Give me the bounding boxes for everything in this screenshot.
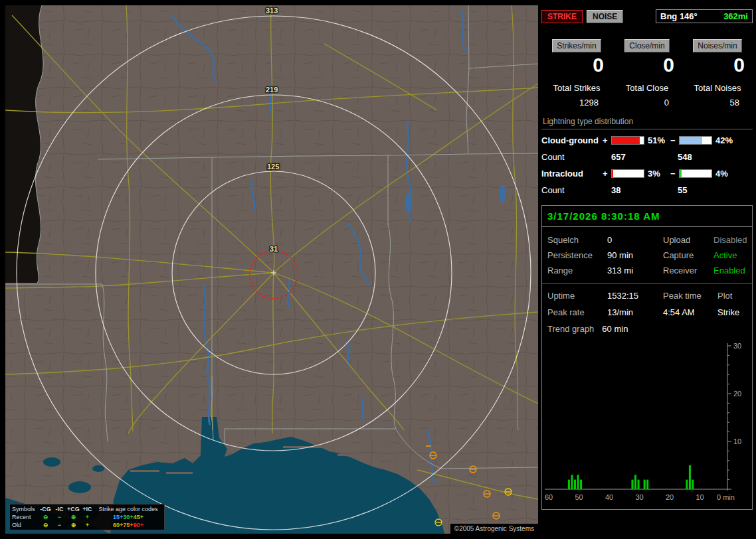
receiver-value: Enabled <box>713 266 753 275</box>
peak-time-label: Peak time <box>663 291 717 301</box>
ring-label-313: 313 <box>266 7 278 15</box>
legend-col-neg-cg: -CG <box>39 505 52 513</box>
squelch-value: 0 <box>607 235 663 245</box>
ic-minus-percent: 4% <box>715 169 738 179</box>
svg-text:10: 10 <box>696 493 704 501</box>
ic-minus-count: 55 <box>678 185 744 195</box>
strikes-per-min-button[interactable]: Strikes/min <box>552 39 601 52</box>
totals-row: Total Strikes 1298 Total Close 0 Total N… <box>541 83 753 108</box>
uptime-label: Uptime <box>547 291 607 301</box>
svg-text:40: 40 <box>605 493 613 501</box>
rate-counters: Strikes/min 0 Close/min 0 Noises/min 0 <box>541 39 753 76</box>
cloud-ground-count-row: Count 657 548 <box>541 149 753 165</box>
legend-row-recent: Recent <box>12 513 39 521</box>
ring-label-31: 31 <box>270 245 278 253</box>
noise-mode-button[interactable]: NOISE <box>587 10 623 23</box>
recent-neg-cg-icon: ⊖ <box>39 513 52 521</box>
ic-plus-count: 38 <box>611 185 678 195</box>
radar-map[interactable]: 313 219 125 31 Symbols -CG -IC +CG +IC S… <box>5 5 538 534</box>
uptime-value: 1532:15 <box>607 291 663 301</box>
intracloud-label: Intracloud <box>541 169 603 179</box>
svg-text:50: 50 <box>575 493 583 501</box>
recent-pos-ic-icon: + <box>80 513 94 521</box>
trend-label: Trend graph <box>547 324 594 334</box>
cg-minus-meter <box>679 136 712 145</box>
legend-col-pos-ic: +IC <box>80 505 94 513</box>
plot-label: Plot <box>717 291 753 301</box>
cg-plus-meter <box>611 136 644 145</box>
distribution-title: Lightning type distribution <box>543 117 753 126</box>
age-code: 15+ <box>113 514 123 520</box>
old-neg-ic-icon: − <box>52 521 66 529</box>
upload-label: Upload <box>663 235 713 245</box>
cloud-ground-label: Cloud-ground <box>541 135 603 145</box>
status-box: 3/17/2026 8:30:18 AM Squelch 0 Upload Di… <box>541 205 753 510</box>
old-pos-ic-icon: + <box>80 521 94 529</box>
age-code: 90+ <box>134 522 143 528</box>
age-codes-recent: 15+30+45+ <box>94 513 162 521</box>
old-pos-cg-icon: ⊕ <box>66 521 80 529</box>
persistence-label: Persistence <box>547 250 607 260</box>
upload-value: Disabled <box>713 235 753 245</box>
mode-controls: STRIKE NOISE Bng 146° 362mi <box>541 9 753 23</box>
capture-label: Capture <box>663 250 713 260</box>
status-panel: STRIKE NOISE Bng 146° 362mi Strikes/min … <box>541 5 753 510</box>
peak-time-value: 4:54 AM <box>663 307 717 317</box>
cloud-ground-row: Cloud-ground + 51% − 42% <box>541 132 753 149</box>
noises-per-min-value: 0 <box>682 54 753 76</box>
noises-per-min-button[interactable]: Noises/min <box>693 39 741 52</box>
age-code: 60+ <box>113 522 123 528</box>
strike-mode-button[interactable]: STRIKE <box>541 10 583 23</box>
trend-graph: 1020306050403020100 min <box>543 337 751 506</box>
svg-text:20: 20 <box>733 390 741 398</box>
datetime-display: 3/17/2026 8:30:18 AM <box>542 206 752 227</box>
age-code: 30+ <box>123 514 133 520</box>
cg-minus-count: 548 <box>678 152 744 162</box>
ring-label-219: 219 <box>266 86 278 94</box>
legend-symbols-header: Symbols <box>12 505 39 513</box>
map-edge-nodata <box>5 5 43 283</box>
map-canvas[interactable]: 313 219 125 31 <box>5 5 538 534</box>
capture-value: Active <box>713 250 753 260</box>
bearing-label: Bng 146° <box>660 11 698 21</box>
ic-minus-meter <box>679 169 712 178</box>
plus-sign: + <box>603 135 611 145</box>
total-strikes-value: 1298 <box>541 98 612 108</box>
age-code: 45+ <box>134 514 143 520</box>
session-grid: Uptime 1532:15 Peak time Plot Peak rate … <box>542 284 752 319</box>
peak-rate-label: Peak rate <box>547 307 607 317</box>
svg-text:0 min: 0 min <box>717 493 735 501</box>
svg-text:30: 30 <box>635 493 643 501</box>
bearing-distance: 362mi <box>723 11 748 21</box>
total-close-label: Total Close <box>612 83 682 93</box>
intracloud-count-row: Count 38 55 <box>541 182 753 198</box>
bearing-display: Bng 146° 362mi <box>656 9 753 23</box>
close-per-min-value: 0 <box>612 54 682 76</box>
trend-range-value: 60 min <box>602 324 628 334</box>
copyright-notice: ©2005 Astrogenic Systems <box>450 524 538 534</box>
cg-plus-percent: 51% <box>648 135 670 145</box>
cg-plus-count: 657 <box>611 152 678 162</box>
minus-sign: − <box>670 169 679 179</box>
minus-sign: − <box>670 135 679 145</box>
range-value: 313 mi <box>607 266 663 275</box>
intracloud-row: Intracloud + 3% − 4% <box>541 165 753 182</box>
old-neg-cg-icon: ⊖ <box>39 521 52 529</box>
ic-count-label: Count <box>541 185 611 195</box>
age-code: 75+ <box>123 522 133 528</box>
strike-legend: Symbols -CG -IC +CG +IC Strike age color… <box>9 504 165 530</box>
svg-text:30: 30 <box>733 342 741 350</box>
persistence-value: 90 min <box>607 250 663 260</box>
svg-text:60: 60 <box>545 493 553 501</box>
total-noises-label: Total Noises <box>682 83 753 93</box>
recent-neg-ic-icon: − <box>52 513 66 521</box>
receiver-status-grid: Squelch 0 Upload Disabled Persistence 90… <box>542 227 752 284</box>
legend-col-pos-cg: +CG <box>66 505 80 513</box>
squelch-label: Squelch <box>547 235 607 245</box>
age-codes-old: 60+75+90+ <box>94 521 162 529</box>
close-per-min-button[interactable]: Close/min <box>624 39 669 52</box>
receiver-label: Receiver <box>663 266 713 275</box>
total-close-value: 0 <box>612 98 682 108</box>
recent-pos-cg-icon: ⊕ <box>66 513 80 521</box>
svg-text:10: 10 <box>733 437 741 445</box>
